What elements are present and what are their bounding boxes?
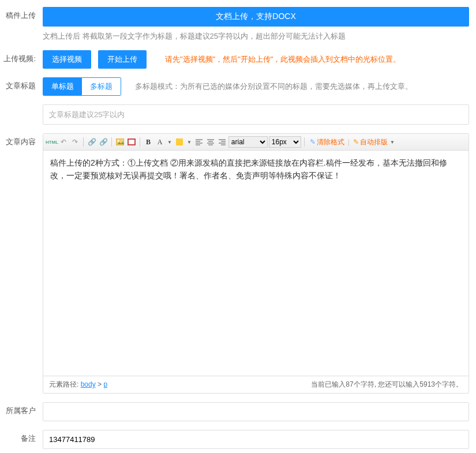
align-center-icon[interactable] [205,137,216,147]
editor-content-area[interactable]: 稿件上传的2种方式：①上传文档 ②用来源发稿的直接把来源链接放在内容栏.稿件一经… [43,151,468,376]
typeset-icon: ✎ [353,138,359,146]
upload-video-hint: 请先"选择视频"，然后"开始上传"，此视频会插入到文档中的光标位置。 [165,54,400,65]
title-label: 文章标题 [0,77,43,91]
bold-icon[interactable]: B [143,137,153,147]
path-p-link[interactable]: p [103,380,107,388]
title-input-row [0,104,469,125]
brush-icon: ✎ [310,138,316,146]
svg-rect-4 [176,138,183,145]
forecolor-icon[interactable]: A [155,137,165,147]
align-left-icon[interactable] [194,137,204,147]
image-icon[interactable] [115,137,125,147]
remark-input[interactable] [43,430,469,449]
customer-label: 所属客户 [0,402,43,416]
customer-input[interactable] [43,402,469,421]
upload-doc-hint: 文档上传后 将截取第一段文字作为标题，标题建议25字符以内，超出部分可能无法计入… [43,31,469,42]
typeset-dropdown[interactable]: ▼ [389,140,396,145]
upload-doc-label: 稿件上传 [0,7,43,21]
font-size-select[interactable]: 16px [269,136,301,148]
clear-format-button[interactable]: ✎ 清除格式 [308,137,347,147]
path-body-link[interactable]: body [81,380,96,388]
editor-statusbar: 元素路径: body > p 当前已输入87个字符, 您还可以输入5913个字符… [43,376,468,393]
title-mode-hint: 多标题模式：为所有已选的媒体分别设置不同的标题，需要先选媒体，再上传文章。 [135,81,413,92]
start-upload-button[interactable]: 开始上传 [98,50,147,69]
auto-typeset-button[interactable]: ✎ 自动排版 ▼ [351,137,398,147]
font-family-select[interactable]: arial [228,136,268,148]
undo-icon[interactable]: ↶ [58,137,69,147]
upload-doc-row: 稿件上传 文档上传，支持DOCX 文档上传后 将截取第一段文字作为标题，标题建议… [0,7,469,42]
tab-single-title[interactable]: 单标题 [43,78,82,95]
backcolor-icon[interactable] [174,137,185,147]
remark-row: 备注 [0,430,469,449]
select-video-button[interactable]: 选择视频 [43,50,91,69]
align-right-icon[interactable] [217,137,227,147]
char-count: 当前已输入87个字符, 您还可以输入5913个字符。 [311,380,463,390]
video-icon[interactable] [126,137,137,147]
title-mode-tabs: 单标题 多标题 [43,77,121,96]
svg-point-1 [118,140,119,142]
content-row: 文章内容 HTML ↶ ↷ 🔗 🔗 B A▼ ▼ arial [0,133,469,394]
content-label: 文章内容 [0,133,43,147]
source-icon[interactable]: HTML [47,137,57,147]
element-path: 元素路径: body > p [49,380,107,390]
tab-multi-title[interactable]: 多标题 [82,78,121,95]
editor-toolbar: HTML ↶ ↷ 🔗 🔗 B A▼ ▼ arial 16px [43,134,468,151]
link-icon[interactable]: 🔗 [87,137,97,147]
redo-icon[interactable]: ↷ [70,137,80,147]
title-mode-row: 文章标题 单标题 多标题 多标题模式：为所有已选的媒体分别设置不同的标题，需要先… [0,77,469,96]
unlink-icon[interactable]: 🔗 [98,137,108,147]
upload-video-label: 上传视频: [0,50,43,64]
forecolor-dropdown[interactable]: ▼ [166,140,173,145]
svg-rect-3 [129,140,134,144]
customer-row: 所属客户 [0,402,469,421]
backcolor-dropdown[interactable]: ▼ [186,140,193,145]
rich-text-editor: HTML ↶ ↷ 🔗 🔗 B A▼ ▼ arial 16px [43,133,469,394]
upload-doc-button[interactable]: 文档上传，支持DOCX [43,7,469,27]
upload-video-row: 上传视频: 选择视频 开始上传 请先"选择视频"，然后"开始上传"，此视频会插入… [0,50,469,69]
article-title-input[interactable] [43,104,469,125]
remark-label: 备注 [0,430,43,444]
